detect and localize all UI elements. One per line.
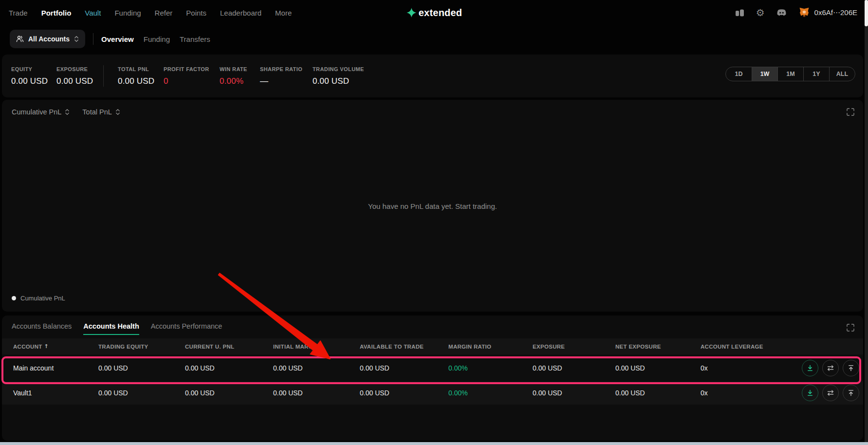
stat-value: 0 bbox=[164, 76, 220, 86]
time-option-1m[interactable]: 1M bbox=[777, 67, 803, 81]
column-header-trading-equity[interactable]: TRADING EQUITY bbox=[98, 344, 185, 350]
accounts-table-header: ACCOUNT ↑ TRADING EQUITY CURRENT U. PNL … bbox=[2, 338, 863, 354]
chart-empty-message: You have no PnL data yet. Start trading. bbox=[2, 202, 863, 210]
transfer-button[interactable] bbox=[822, 360, 839, 376]
cell-current-u-pnl: 0.00 USD bbox=[185, 364, 273, 372]
transfer-button[interactable] bbox=[822, 385, 839, 401]
nav-item-trade[interactable]: Trade bbox=[9, 9, 28, 17]
docs-button[interactable] bbox=[735, 9, 744, 17]
withdraw-icon bbox=[848, 365, 854, 371]
deposit-button[interactable] bbox=[802, 360, 818, 376]
cell-exposure: 0.00 USD bbox=[533, 389, 615, 397]
pnl-chart-panel: Cumulative PnL Total PnL You have no PnL… bbox=[2, 100, 863, 312]
table-row-vault1[interactable]: Vault1 0.00 USD 0.00 USD 0.00 USD 0.00 U… bbox=[2, 381, 863, 405]
transfer-icon bbox=[827, 390, 834, 396]
stat-label: TRADING VOLUME bbox=[313, 66, 364, 72]
cell-net-exposure: 0.00 USD bbox=[615, 389, 701, 397]
cell-trading-equity: 0.00 USD bbox=[98, 364, 185, 372]
brand-logo[interactable]: extended bbox=[406, 0, 462, 25]
cell-trading-equity: 0.00 USD bbox=[98, 389, 185, 397]
unfold-chevrons-icon bbox=[74, 36, 79, 42]
unfold-chevrons-icon bbox=[65, 109, 70, 115]
legend-dot-icon bbox=[12, 296, 16, 300]
subnav-divider bbox=[93, 33, 93, 45]
nav-item-vault[interactable]: Vault bbox=[85, 9, 101, 17]
withdraw-button[interactable] bbox=[843, 385, 859, 401]
column-header-available-to-trade[interactable]: AVAILABLE TO TRADE bbox=[360, 344, 448, 350]
expand-icon bbox=[847, 108, 854, 116]
time-option-1d[interactable]: 1D bbox=[726, 67, 752, 81]
time-option-all[interactable]: ALL bbox=[829, 67, 855, 81]
metric-selector-label: Total PnL bbox=[82, 108, 111, 116]
cell-exposure: 0.00 USD bbox=[533, 364, 615, 372]
column-header-account-leverage[interactable]: ACCOUNT LEVERAGE bbox=[701, 344, 863, 350]
portfolio-page: Trade Portfolio Vault Funding Refer Poin… bbox=[0, 0, 868, 445]
time-option-1w[interactable]: 1W bbox=[752, 67, 777, 81]
nav-item-more[interactable]: More bbox=[275, 9, 292, 17]
cell-net-exposure: 0.00 USD bbox=[615, 364, 701, 372]
tab-transfers[interactable]: Transfers bbox=[180, 35, 210, 43]
logo-star-icon bbox=[406, 7, 417, 18]
column-header-label: ACCOUNT bbox=[13, 344, 42, 350]
accounts-expand-button[interactable] bbox=[847, 324, 854, 332]
transfer-icon bbox=[827, 365, 834, 371]
account-selector-dropdown[interactable]: All Accounts bbox=[10, 30, 85, 48]
column-header-exposure[interactable]: EXPOSURE bbox=[533, 344, 615, 350]
time-option-1y[interactable]: 1Y bbox=[803, 67, 829, 81]
stat-label: PROFIT FACTOR bbox=[164, 66, 220, 72]
nav-right-cluster: ⚙ 0x6Af⋯206E bbox=[735, 0, 857, 25]
stats-divider bbox=[103, 65, 104, 87]
gear-icon: ⚙ bbox=[756, 8, 765, 18]
horizontal-scrollbar-track[interactable] bbox=[0, 442, 868, 445]
column-header-initial-margin[interactable]: INITIAL MARGIN bbox=[273, 344, 360, 350]
settings-button[interactable]: ⚙ bbox=[756, 8, 765, 18]
discord-button[interactable] bbox=[776, 9, 787, 17]
accounts-panel: Accounts Balances Accounts Health Accoun… bbox=[2, 315, 863, 441]
vertical-scrollbar-thumb[interactable] bbox=[865, 0, 868, 26]
metric-selector-cumulative-pnl[interactable]: Cumulative PnL bbox=[12, 108, 70, 116]
nav-item-leaderboard[interactable]: Leaderboard bbox=[220, 9, 261, 17]
accounts-tabs: Accounts Balances Accounts Health Accoun… bbox=[2, 315, 863, 335]
users-icon bbox=[16, 35, 24, 43]
nav-item-points[interactable]: Points bbox=[186, 9, 206, 17]
nav-item-funding[interactable]: Funding bbox=[114, 9, 141, 17]
nav-item-portfolio[interactable]: Portfolio bbox=[41, 9, 72, 17]
column-header-margin-ratio[interactable]: MARGIN RATIO bbox=[448, 344, 533, 350]
tab-overview[interactable]: Overview bbox=[101, 35, 134, 43]
stat-value: 0.00 USD bbox=[313, 76, 364, 86]
table-row-main-account[interactable]: Main account 0.00 USD 0.00 USD 0.00 USD … bbox=[2, 354, 863, 381]
top-nav: Trade Portfolio Vault Funding Refer Poin… bbox=[0, 0, 868, 25]
stat-label: WIN RATE bbox=[220, 66, 260, 72]
legend-label: Cumulative PnL bbox=[20, 295, 65, 302]
stat-value: 0.00 USD bbox=[118, 76, 164, 86]
wallet-button[interactable]: 0x6Af⋯206E bbox=[798, 7, 857, 18]
deposit-icon bbox=[807, 365, 813, 371]
tab-funding[interactable]: Funding bbox=[144, 35, 170, 43]
stat-value: 0.00 USD bbox=[56, 76, 103, 86]
nav-item-refer[interactable]: Refer bbox=[155, 9, 173, 17]
logo-text: extended bbox=[419, 7, 462, 19]
stat-value: 0.00% bbox=[220, 76, 260, 86]
row-actions bbox=[802, 360, 859, 376]
column-header-account[interactable]: ACCOUNT ↑ bbox=[13, 343, 98, 350]
tab-accounts-performance[interactable]: Accounts Performance bbox=[151, 322, 222, 335]
column-header-current-u-pnl[interactable]: CURRENT U. PNL bbox=[185, 344, 273, 350]
tab-accounts-health[interactable]: Accounts Health bbox=[83, 322, 139, 335]
stat-sharpe-ratio: SHARPE RATIO — bbox=[260, 66, 313, 86]
chart-expand-button[interactable] bbox=[847, 108, 854, 116]
stat-label: EXPOSURE bbox=[56, 66, 103, 72]
subnav-tabs: Overview Funding Transfers bbox=[101, 35, 210, 43]
stat-label: TOTAL PNL bbox=[118, 66, 164, 72]
metamask-icon bbox=[798, 7, 810, 18]
withdraw-button[interactable] bbox=[843, 360, 859, 376]
stat-total-pnl: TOTAL PNL 0.00 USD bbox=[118, 66, 164, 86]
vertical-scrollbar-track[interactable] bbox=[865, 0, 868, 445]
tab-accounts-balances[interactable]: Accounts Balances bbox=[12, 322, 72, 335]
stat-value: — bbox=[260, 76, 313, 86]
metric-selector-total-pnl[interactable]: Total PnL bbox=[82, 108, 120, 116]
column-header-net-exposure[interactable]: NET EXPOSURE bbox=[615, 344, 701, 350]
deposit-button[interactable] bbox=[802, 385, 818, 401]
time-range-filter: 1D 1W 1M 1Y ALL bbox=[725, 67, 855, 81]
sort-asc-icon: ↑ bbox=[44, 343, 49, 350]
metric-selector-label: Cumulative PnL bbox=[12, 108, 61, 116]
